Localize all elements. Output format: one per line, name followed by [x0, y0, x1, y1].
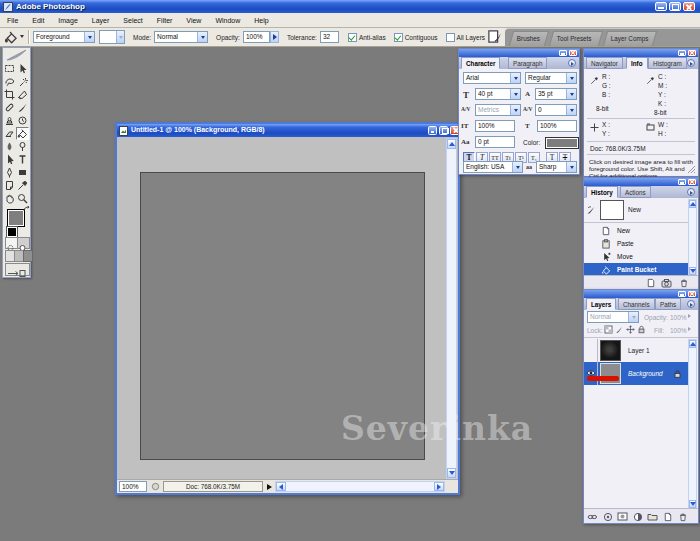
leading-select[interactable]: 35 pt — [535, 88, 577, 100]
palette-close-icon[interactable] — [688, 179, 696, 185]
blend-mode-select[interactable]: Normal — [587, 311, 639, 323]
type-tool[interactable] — [16, 153, 29, 166]
scroll-down-icon[interactable] — [689, 500, 696, 508]
anti-alias-checkbox[interactable] — [348, 33, 357, 42]
dropdown-arrow-icon[interactable] — [510, 105, 520, 115]
well-tab-tool-presets[interactable]: Tool Presets — [549, 31, 603, 46]
tab-history[interactable]: History — [586, 186, 618, 198]
opacity-field[interactable]: 100% — [243, 31, 270, 43]
quick-mask-mode-button[interactable] — [17, 237, 30, 249]
history-scrollbar[interactable] — [688, 199, 697, 276]
slice-tool[interactable] — [16, 88, 29, 101]
menu-item-view[interactable]: View — [179, 17, 208, 24]
history-state-new[interactable]: New — [584, 224, 688, 237]
all-layers-checkbox[interactable] — [446, 33, 455, 42]
snapshot-row[interactable]: New — [584, 199, 688, 221]
tab-navigator[interactable]: Navigator — [586, 57, 623, 69]
text-color-swatch[interactable] — [545, 137, 579, 149]
palette-close-icon[interactable] — [688, 50, 696, 56]
minimize-button[interactable] — [655, 2, 667, 11]
hand-tool[interactable] — [3, 192, 16, 205]
visibility-toggle[interactable] — [584, 339, 598, 362]
palette-minimize-icon[interactable] — [678, 179, 686, 185]
tab-character[interactable]: Character — [461, 57, 500, 69]
fill-source-select[interactable]: Foreground — [33, 31, 95, 43]
dropdown-arrow-icon[interactable] — [512, 162, 522, 172]
scroll-up-icon[interactable] — [447, 139, 456, 149]
clone-stamp-tool[interactable] — [3, 114, 16, 127]
lock-transparency-icon[interactable] — [604, 325, 613, 334]
layer-style-button[interactable] — [601, 511, 614, 522]
mode-select[interactable]: Normal — [154, 31, 208, 43]
palette-menu-icon[interactable] — [687, 59, 695, 67]
menu-item-file[interactable]: File — [0, 17, 25, 24]
menu-item-filter[interactable]: Filter — [150, 17, 180, 24]
menu-item-help[interactable]: Help — [247, 17, 275, 24]
layer-row-background[interactable]: Background — [584, 362, 688, 385]
dodge-tool[interactable] — [16, 140, 29, 153]
shape-tool[interactable] — [16, 166, 29, 179]
menu-item-edit[interactable]: Edit — [25, 17, 51, 24]
file-browser-icon[interactable] — [487, 29, 502, 44]
horizontal-scrollbar[interactable] — [275, 481, 445, 492]
pen-tool[interactable] — [3, 166, 16, 179]
menu-item-select[interactable]: Select — [116, 17, 149, 24]
document-titlebar[interactable]: Untitled-1 @ 100% (Background, RGB/8) — [117, 124, 458, 137]
font-style-select[interactable]: Regular — [525, 72, 577, 84]
crop-tool[interactable] — [3, 88, 16, 101]
doc-maximize-button[interactable] — [439, 126, 448, 135]
menu-item-window[interactable]: Window — [208, 17, 247, 24]
scroll-left-icon[interactable] — [276, 482, 286, 491]
switch-colors-icon[interactable] — [23, 206, 31, 214]
font-family-select[interactable]: Arial — [463, 72, 521, 84]
tab-channels[interactable]: Channels — [618, 298, 655, 310]
delete-state-button[interactable] — [677, 277, 690, 288]
visibility-toggle[interactable] — [584, 362, 598, 385]
scroll-down-icon[interactable] — [447, 468, 456, 478]
link-layers-button[interactable] — [586, 511, 599, 522]
palette-titlebar[interactable] — [584, 49, 698, 57]
palette-menu-icon[interactable] — [687, 188, 695, 196]
jump-to-imageready-button[interactable] — [5, 263, 30, 276]
magic-wand-tool[interactable] — [16, 75, 29, 88]
tab-info[interactable]: Info — [626, 57, 648, 69]
anti-alias-select[interactable]: Sharp — [536, 161, 577, 173]
palette-close-icon[interactable] — [688, 291, 696, 297]
palette-minimize-icon[interactable] — [559, 50, 567, 56]
lasso-tool[interactable] — [3, 75, 16, 88]
menu-item-layer[interactable]: Layer — [85, 17, 117, 24]
menu-item-image[interactable]: Image — [51, 17, 84, 24]
new-group-button[interactable] — [646, 511, 659, 522]
tab-layers[interactable]: Layers — [586, 298, 616, 310]
lock-all-icon[interactable] — [637, 325, 646, 334]
close-button[interactable] — [683, 2, 695, 11]
well-tab-brushes[interactable]: Brushes — [509, 31, 549, 46]
palette-minimize-icon[interactable] — [678, 291, 686, 297]
eraser-tool[interactable] — [3, 127, 16, 140]
dropdown-arrow-icon[interactable] — [566, 73, 576, 83]
add-layer-mask-button[interactable] — [616, 511, 629, 522]
language-select[interactable]: English: USA — [463, 161, 523, 173]
opacity-slider-arrow[interactable] — [270, 31, 279, 43]
history-source-icon[interactable] — [586, 204, 597, 215]
lock-image-icon[interactable] — [615, 325, 624, 334]
horizontal-scale-field[interactable]: 100% — [537, 120, 577, 132]
dropdown-arrow-icon[interactable] — [510, 89, 520, 99]
dropdown-arrow-icon[interactable] — [510, 73, 520, 83]
snapshot-thumbnail[interactable] — [600, 200, 624, 220]
dropdown-arrow-icon[interactable] — [197, 32, 207, 42]
scroll-down-icon[interactable] — [689, 267, 696, 275]
palette-close-icon[interactable] — [569, 50, 577, 56]
tab-histogram[interactable]: Histogram — [648, 57, 687, 69]
path-selection-tool[interactable] — [3, 153, 16, 166]
tab-paragraph[interactable]: Paragraph — [508, 57, 547, 69]
palette-minimize-icon[interactable] — [678, 50, 686, 56]
zoom-field[interactable]: 100% — [119, 481, 147, 492]
layers-scrollbar[interactable] — [688, 339, 697, 509]
background-color-swatch[interactable] — [7, 227, 17, 237]
move-tool[interactable] — [16, 62, 29, 75]
palette-menu-icon[interactable] — [568, 59, 576, 67]
scroll-up-icon[interactable] — [689, 340, 696, 348]
restore-button[interactable] — [669, 2, 681, 11]
brush-tool[interactable] — [16, 101, 29, 114]
